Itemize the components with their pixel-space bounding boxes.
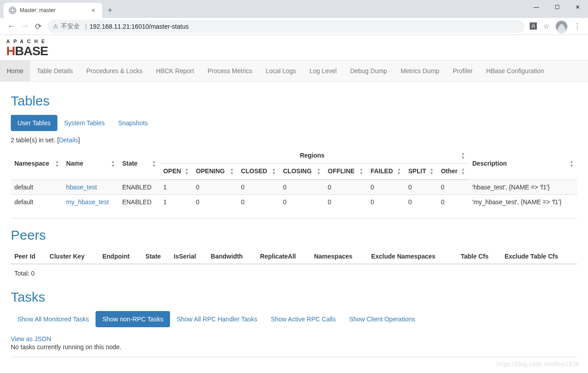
- no-tasks-message: No tasks currently running on this node.: [11, 343, 577, 351]
- globe-icon: [9, 7, 16, 14]
- insecure-label: 不安全: [61, 22, 80, 31]
- tab-all-rpc-handler[interactable]: Show All RPC Handler Tasks: [170, 311, 264, 327]
- url-text: 192.168.11.21:16010/master-status: [90, 23, 189, 30]
- sort-icon: ▲▼: [111, 160, 115, 168]
- forward-button[interactable]: →: [18, 22, 31, 31]
- main-navbar: Home Table Details Procedures & Locks HB…: [0, 60, 588, 82]
- col-name[interactable]: Name▲▼: [63, 148, 119, 180]
- col-state: State: [142, 249, 170, 264]
- sort-icon: ▲▼: [397, 167, 401, 176]
- tab-active-rpc[interactable]: Show Active RPC Calls: [264, 311, 343, 327]
- reload-button[interactable]: ⟳: [31, 22, 45, 31]
- sort-icon: ▲▼: [55, 160, 59, 168]
- nav-procedures[interactable]: Procedures & Locks: [80, 61, 149, 81]
- col-isserial: IsSerial: [170, 249, 207, 264]
- new-tab-button[interactable]: +: [102, 2, 118, 19]
- tasks-tabs: Show All Monitored Tasks Show non-RPC Ta…: [11, 311, 577, 327]
- view-as-json-link[interactable]: View as JSON: [11, 335, 51, 342]
- address-row: ← → ⟳ ⚠ 不安全 | 192.168.11.21:16010/master…: [0, 18, 588, 35]
- col-description[interactable]: Description▲▼: [469, 148, 577, 180]
- col-cluster-key: Cluster Key: [46, 249, 99, 264]
- page-content: Tables User Tables System Tables Snapsho…: [0, 82, 588, 371]
- col-split[interactable]: SPLIT▲▼: [405, 164, 437, 180]
- sort-icon: ▲▼: [185, 167, 189, 176]
- nav-process-metrics[interactable]: Process Metrics: [201, 61, 259, 81]
- bookmark-icon[interactable]: ☆: [543, 22, 549, 31]
- tab-title: Master: master: [20, 7, 90, 13]
- toolbar-right: 🅰 ☆ ⋮: [527, 21, 584, 32]
- col-endpoint: Endpoint: [99, 249, 142, 264]
- warning-icon: ⚠: [53, 23, 58, 30]
- logo-apache: APACHE: [6, 39, 582, 44]
- col-opening[interactable]: OPENING▲▼: [192, 164, 238, 180]
- tab-snapshots[interactable]: Snapshots: [111, 115, 154, 131]
- peers-total-row: Total: 0: [11, 264, 577, 282]
- nav-table-details[interactable]: Table Details: [30, 61, 79, 81]
- table-link[interactable]: hbase_test: [66, 184, 97, 191]
- col-bandwidth: Bandwidth: [207, 249, 257, 264]
- nav-local-logs[interactable]: Local Logs: [259, 61, 303, 81]
- table-row: default hbase_test ENABLED 1 0 0 0 0 0 0…: [11, 180, 577, 195]
- nav-profiler[interactable]: Profiler: [446, 61, 479, 81]
- tab-non-rpc[interactable]: Show non-RPC Tasks: [96, 311, 170, 327]
- address-bar[interactable]: ⚠ 不安全 | 192.168.11.21:16010/master-statu…: [48, 20, 524, 33]
- tasks-heading: Tasks: [11, 290, 577, 305]
- browser-chrome: Master: master × + — ☐ ✕ ← → ⟳ ⚠ 不安全 | 1…: [0, 0, 588, 35]
- col-offline[interactable]: OFFLINE▲▼: [324, 164, 367, 180]
- nav-home[interactable]: Home: [0, 61, 30, 81]
- col-namespaces: Namespaces: [310, 249, 367, 264]
- col-closed[interactable]: CLOSED▲▼: [237, 164, 279, 180]
- maximize-button[interactable]: ☐: [547, 0, 567, 14]
- col-replicateall: ReplicateAll: [257, 249, 311, 264]
- close-window-button[interactable]: ✕: [567, 0, 588, 14]
- tables-summary: 2 table(s) in set. [Details]: [11, 136, 577, 144]
- tab-user-tables[interactable]: User Tables: [11, 115, 57, 131]
- col-open[interactable]: OPEN▲▼: [160, 164, 192, 180]
- table-row: default my_hbase_test ENABLED 1 0 0 0 0 …: [11, 195, 577, 210]
- tab-client-ops[interactable]: Show Client Operations: [342, 311, 422, 327]
- nav-hbase-config[interactable]: HBase Configuration: [479, 61, 551, 81]
- window-controls: — ☐ ✕: [526, 0, 588, 14]
- sort-icon: ▲▼: [461, 167, 465, 176]
- nav-debug-dump[interactable]: Debug Dump: [344, 61, 394, 81]
- browser-tab[interactable]: Master: master ×: [4, 3, 102, 18]
- sort-icon: ▲▼: [430, 167, 434, 176]
- details-link[interactable]: Details: [59, 136, 78, 144]
- col-failed[interactable]: FAILED▲▼: [367, 164, 405, 180]
- tab-all-monitored[interactable]: Show All Monitored Tasks: [11, 311, 96, 327]
- tables-tabs: User Tables System Tables Snapshots: [11, 115, 577, 131]
- col-regions[interactable]: Regions▲▼: [160, 148, 469, 164]
- separator: |: [85, 23, 87, 30]
- peers-heading: Peers: [11, 228, 577, 243]
- sort-icon: ▲▼: [461, 152, 465, 160]
- tab-system-tables[interactable]: System Tables: [57, 115, 112, 131]
- sort-icon: ▲▼: [317, 167, 321, 176]
- col-exclude-namespaces: Exclude Namespaces: [368, 249, 457, 264]
- logo-hbase: HBASE: [6, 44, 582, 58]
- col-namespace[interactable]: Namespace▲▼: [11, 148, 63, 180]
- sort-icon: ▲▼: [570, 160, 574, 168]
- col-table-cfs: Table Cfs: [457, 249, 501, 264]
- col-closing[interactable]: CLOSING▲▼: [279, 164, 324, 180]
- tab-strip: Master: master × + — ☐ ✕: [0, 0, 588, 18]
- col-peer-id: Peer Id: [11, 249, 46, 264]
- sort-icon: ▲▼: [152, 160, 156, 168]
- back-button[interactable]: ←: [4, 22, 18, 31]
- nav-metrics-dump[interactable]: Metrics Dump: [394, 61, 446, 81]
- sort-icon: ▲▼: [230, 167, 234, 176]
- col-exclude-table-cfs: Exclude Table Cfs: [501, 249, 577, 264]
- nav-hbck-report[interactable]: HBCK Report: [149, 61, 201, 81]
- kebab-menu-icon[interactable]: ⋮: [574, 22, 581, 31]
- close-icon[interactable]: ×: [90, 7, 97, 14]
- col-state[interactable]: State▲▼: [118, 148, 160, 180]
- tables-heading: Tables: [11, 93, 577, 109]
- minimize-button[interactable]: —: [526, 0, 547, 14]
- user-tables-table: Namespace▲▼ Name▲▼ State▲▼ Regions▲▼ Des…: [11, 148, 577, 209]
- profile-avatar[interactable]: [556, 21, 567, 32]
- nav-log-level[interactable]: Log Level: [303, 61, 344, 81]
- peers-table: Peer Id Cluster Key Endpoint State IsSer…: [11, 249, 577, 282]
- table-link[interactable]: my_hbase_test: [66, 198, 109, 206]
- sort-icon: ▲▼: [359, 167, 363, 176]
- col-other[interactable]: Other▲▼: [437, 164, 469, 180]
- translate-icon[interactable]: 🅰: [530, 22, 537, 31]
